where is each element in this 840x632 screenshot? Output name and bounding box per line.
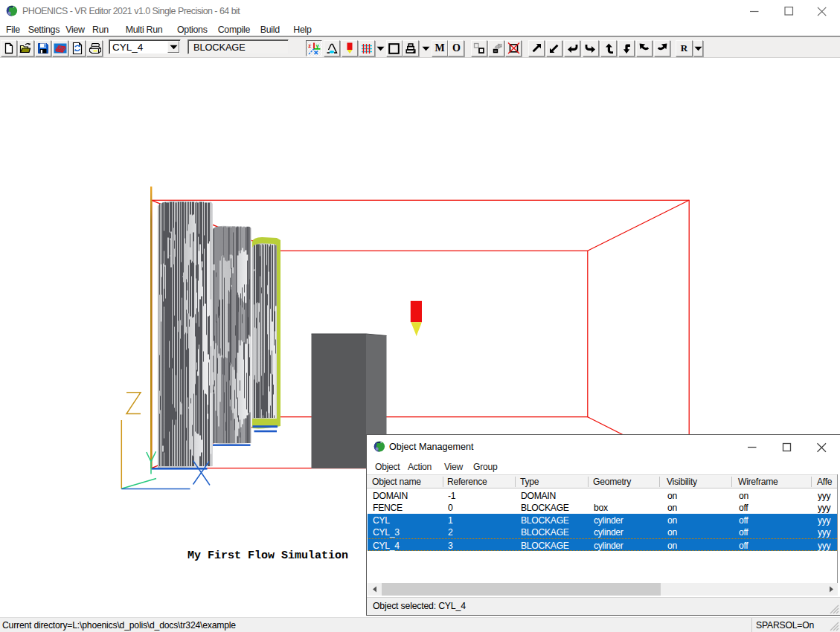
svg-text:My First Flow Simulation: My First Flow Simulation — [187, 549, 348, 562]
svg-text:z: z — [308, 42, 311, 49]
svg-text:y: y — [315, 42, 319, 49]
